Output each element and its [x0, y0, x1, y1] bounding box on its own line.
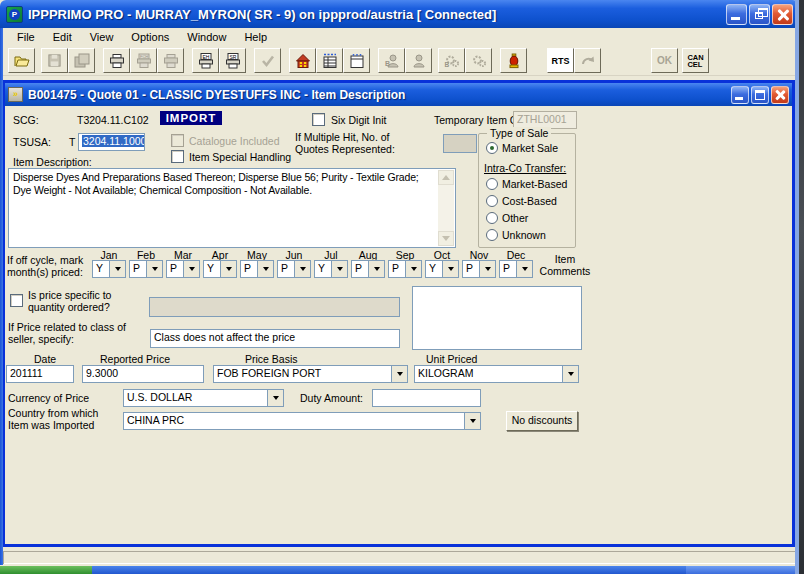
- chevron-down-icon[interactable]: [146, 261, 162, 277]
- scroll-down-icon[interactable]: [438, 231, 454, 246]
- month-combo-may[interactable]: P: [240, 260, 274, 278]
- chevron-down-icon[interactable]: [391, 366, 407, 382]
- chevron-down-icon[interactable]: [331, 261, 347, 277]
- start-button[interactable]: [0, 566, 92, 574]
- application-window: P IPPPRIMO PRO - MURRAY_MYRON( SR - 9) o…: [0, 0, 804, 574]
- dialog-titlebar[interactable]: » B001475 - Quote 01 - CLASSIC DYESTUFFS…: [5, 83, 792, 106]
- cancel-toolbar-button[interactable]: CANCEL: [682, 48, 709, 73]
- chevron-down-icon[interactable]: [442, 261, 458, 277]
- chevron-down-icon[interactable]: [405, 261, 421, 277]
- printer-eh-icon: EH: [198, 53, 214, 69]
- menu-window[interactable]: Window: [178, 30, 235, 44]
- chevron-down-icon[interactable]: [267, 390, 283, 406]
- month-combo-nov[interactable]: P: [462, 260, 496, 278]
- month-combo-oct[interactable]: Y: [425, 260, 459, 278]
- country-combo[interactable]: CHINA PRC: [123, 412, 481, 430]
- chevron-down-icon[interactable]: [479, 261, 495, 277]
- menu-view[interactable]: View: [81, 30, 123, 44]
- dialog-title: B001475 - Quote 01 - CLASSIC DYESTUFFS I…: [28, 88, 731, 102]
- qty-specific-checkbox[interactable]: [10, 294, 23, 307]
- main-titlebar[interactable]: P IPPPRIMO PRO - MURRAY_MYRON( SR - 9) o…: [0, 0, 799, 28]
- chevron-down-icon[interactable]: [109, 261, 125, 277]
- duty-amount-label: Duty Amount:: [300, 392, 363, 404]
- taskbar-segment[interactable]: [92, 566, 686, 574]
- chevron-down-icon[interactable]: [294, 261, 310, 277]
- print-alt-button: [157, 48, 184, 73]
- print-sr-button[interactable]: SR: [219, 48, 246, 73]
- unknown-radio[interactable]: [486, 229, 498, 241]
- dialog-minimize-button[interactable]: [731, 86, 749, 104]
- market-based-radio[interactable]: [486, 178, 498, 190]
- month-combo-jan[interactable]: Y: [92, 260, 126, 278]
- dialog-maximize-button[interactable]: [751, 86, 769, 104]
- type-of-sale-title: Type of Sale: [487, 127, 551, 139]
- check-icon: [260, 53, 276, 69]
- chevron-down-icon[interactable]: [183, 261, 199, 277]
- print-button[interactable]: [103, 48, 130, 73]
- month-combo-dec[interactable]: P: [499, 260, 533, 278]
- chevron-down-icon[interactable]: [368, 261, 384, 277]
- open-folder-button[interactable]: [8, 48, 35, 73]
- unit-priced-combo[interactable]: KILOGRAM: [414, 365, 579, 383]
- chevron-down-icon[interactable]: [562, 366, 578, 382]
- qty-field[interactable]: [149, 297, 400, 317]
- menubar: File Edit View Options Window Help: [3, 28, 799, 46]
- tsusa-field[interactable]: 3204.11.1000: [78, 133, 145, 151]
- date-field[interactable]: 201111: [6, 365, 74, 383]
- date-label: Date: [34, 353, 56, 365]
- price-basis-combo[interactable]: FOB FOREIGN PORT: [213, 365, 408, 383]
- item-description-textarea[interactable]: Disperse Dyes And Preparations Based The…: [8, 168, 456, 248]
- duty-amount-field[interactable]: [372, 389, 481, 407]
- other-radio[interactable]: [486, 212, 498, 224]
- taskbar-segment[interactable]: [686, 566, 804, 574]
- alert-hydrant-button[interactable]: [500, 48, 527, 73]
- six-digit-checkbox[interactable]: [312, 113, 325, 126]
- item-special-handling-checkbox[interactable]: [171, 150, 184, 163]
- unit-priced-label: Unit Priced: [426, 353, 477, 365]
- reported-price-field[interactable]: 9.3000: [82, 365, 204, 383]
- cost-based-radio[interactable]: [486, 195, 498, 207]
- currency-label: Currency of Price: [8, 392, 89, 404]
- currency-combo[interactable]: U.S. DOLLAR: [123, 389, 284, 407]
- svg-text:SR: SR: [229, 53, 236, 59]
- print-fch-button: FCH: [130, 48, 157, 73]
- svg-text:B: B: [444, 61, 449, 68]
- calendar-button[interactable]: [343, 48, 370, 73]
- month-combo-feb[interactable]: P: [129, 260, 163, 278]
- restore-button[interactable]: [749, 4, 770, 25]
- market-sale-radio[interactable]: [486, 142, 498, 154]
- close-button[interactable]: [772, 4, 793, 25]
- month-combo-jul[interactable]: Y: [314, 260, 348, 278]
- minimize-button[interactable]: [726, 4, 747, 25]
- menu-help[interactable]: Help: [235, 30, 276, 44]
- description-scrollbar[interactable]: [438, 170, 454, 246]
- svg-text:B: B: [385, 60, 390, 67]
- month-combo-apr[interactable]: Y: [203, 260, 237, 278]
- chevron-down-icon[interactable]: [516, 261, 532, 277]
- process-b-button: B: [438, 48, 465, 73]
- printer-icon: [109, 53, 125, 69]
- menu-options[interactable]: Options: [122, 30, 178, 44]
- multiple-hit-field[interactable]: [443, 134, 477, 153]
- month-combo-mar[interactable]: P: [166, 260, 200, 278]
- item-comments-textarea[interactable]: [412, 286, 582, 350]
- chevron-down-icon[interactable]: [464, 413, 480, 429]
- rts-button[interactable]: RTS: [547, 48, 574, 73]
- month-combo-aug[interactable]: P: [351, 260, 385, 278]
- process-button: [465, 48, 492, 73]
- qty-specific-label: Is price specific to quantity ordered?: [28, 289, 128, 313]
- scroll-up-icon[interactable]: [438, 170, 454, 185]
- print-eh-button[interactable]: EH: [192, 48, 219, 73]
- month-combo-sep[interactable]: P: [388, 260, 422, 278]
- home-button[interactable]: [289, 48, 316, 73]
- month-combo-jun[interactable]: P: [277, 260, 311, 278]
- class-of-seller-field[interactable]: Class does not affect the price: [150, 329, 400, 348]
- dialog-close-button[interactable]: [771, 86, 789, 104]
- no-discounts-button[interactable]: No discounts: [506, 411, 578, 431]
- menu-edit[interactable]: Edit: [44, 30, 81, 44]
- price-basis-label: Price Basis: [245, 353, 298, 365]
- chevron-down-icon[interactable]: [257, 261, 273, 277]
- menu-file[interactable]: File: [8, 30, 44, 44]
- chevron-down-icon[interactable]: [220, 261, 236, 277]
- table-grid-button[interactable]: [316, 48, 343, 73]
